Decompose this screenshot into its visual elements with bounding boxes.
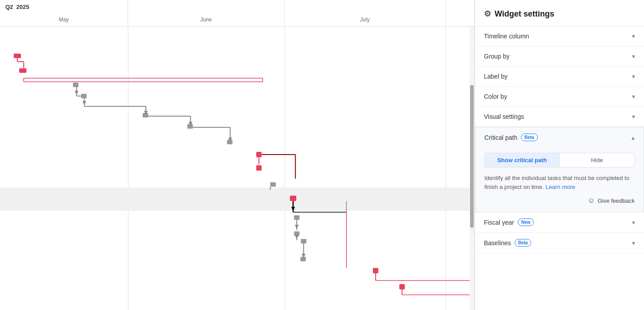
svg-marker-53 bbox=[291, 207, 295, 211]
month-label-may: May bbox=[59, 17, 69, 23]
gantt-scrollbar[interactable] bbox=[470, 27, 474, 310]
month-label-july: July bbox=[360, 17, 369, 23]
visual-settings-label: Visual settings bbox=[484, 113, 524, 120]
beta-badge: Beta bbox=[521, 134, 538, 141]
chevron-down-icon-group: ▾ bbox=[632, 53, 635, 60]
group-by-label: Group by bbox=[484, 53, 510, 60]
settings-row-color-by[interactable]: Color by ▾ bbox=[475, 87, 644, 107]
group-by-right: ▾ bbox=[632, 53, 635, 60]
gantt-area: Q2 2025 May June July bbox=[0, 0, 475, 310]
svg-rect-31 bbox=[294, 215, 299, 220]
gantt-body[interactable] bbox=[0, 27, 474, 310]
chevron-down-icon-color: ▾ bbox=[632, 93, 635, 100]
label-by-right: ▾ bbox=[632, 73, 635, 80]
chevron-down-icon-visual: ▾ bbox=[632, 113, 635, 120]
critical-path-header[interactable]: Critical path Beta ▴ bbox=[475, 127, 644, 147]
learn-more-link[interactable]: Learn more bbox=[545, 184, 575, 190]
month-col-may: May bbox=[0, 0, 128, 26]
month-col-july: July bbox=[285, 0, 446, 26]
settings-row-label-by[interactable]: Label by ▾ bbox=[475, 67, 644, 87]
give-feedback-label: Give feedback bbox=[598, 197, 635, 204]
svg-rect-8 bbox=[73, 83, 78, 87]
svg-rect-25 bbox=[270, 182, 276, 187]
chevron-down-icon-timeline: ▾ bbox=[632, 33, 635, 40]
svg-rect-27 bbox=[290, 196, 296, 201]
gear-icon: ⚙ bbox=[484, 9, 491, 19]
settings-row-fiscal-year[interactable]: Fiscal year New ▾ bbox=[475, 212, 644, 233]
svg-rect-11 bbox=[81, 94, 87, 98]
gantt-chart bbox=[0, 27, 474, 310]
critical-path-title: Critical path Beta bbox=[484, 134, 538, 141]
critical-path-label: Critical path bbox=[484, 134, 517, 141]
svg-rect-5 bbox=[24, 78, 263, 82]
color-by-right: ▾ bbox=[632, 93, 635, 100]
chevron-down-icon-baselines: ▾ bbox=[632, 239, 635, 247]
timeline-column-label: Timeline column bbox=[484, 33, 529, 40]
settings-row-timeline-column[interactable]: Timeline column ▾ bbox=[475, 26, 644, 46]
svg-rect-35 bbox=[301, 239, 306, 243]
baselines-label: Baselines bbox=[484, 239, 511, 247]
timeline-column-right: ▾ bbox=[632, 33, 635, 40]
svg-rect-38 bbox=[373, 268, 378, 273]
svg-marker-46 bbox=[83, 101, 86, 105]
svg-marker-50 bbox=[295, 225, 298, 229]
svg-rect-22 bbox=[256, 165, 261, 171]
visual-settings-right: ▾ bbox=[632, 113, 635, 120]
month-label-june: June bbox=[200, 17, 212, 23]
svg-rect-41 bbox=[399, 284, 405, 289]
fiscal-year-label: Fiscal year bbox=[484, 219, 514, 226]
critical-path-body: Show critical path Hide Identify all the… bbox=[475, 147, 644, 212]
label-by-label: Label by bbox=[484, 73, 508, 80]
new-badge: New bbox=[518, 218, 534, 226]
svg-rect-4 bbox=[19, 68, 26, 73]
show-critical-path-button[interactable]: Show critical path bbox=[485, 153, 560, 167]
chevron-up-icon-critical: ▴ bbox=[632, 134, 635, 141]
svg-rect-3 bbox=[14, 54, 21, 58]
hide-critical-path-button[interactable]: Hide bbox=[560, 153, 634, 167]
baselines-label-group: Baselines Beta bbox=[484, 239, 531, 247]
give-feedback-button[interactable]: ☺ Give feedback bbox=[484, 197, 635, 205]
baselines-beta-badge: Beta bbox=[515, 239, 532, 247]
gantt-header: Q2 2025 May June July bbox=[0, 0, 474, 27]
settings-header: ⚙ Widget settings bbox=[475, 0, 644, 26]
svg-rect-37 bbox=[301, 257, 306, 261]
settings-row-visual-settings[interactable]: Visual settings ▾ bbox=[475, 107, 644, 127]
feedback-icon: ☺ bbox=[588, 197, 595, 205]
gantt-scrollbar-thumb[interactable] bbox=[470, 85, 474, 228]
month-col-june: June bbox=[128, 0, 285, 26]
chevron-down-icon-label: ▾ bbox=[632, 73, 635, 80]
svg-marker-51 bbox=[295, 235, 298, 239]
settings-row-baselines[interactable]: Baselines Beta ▾ bbox=[475, 233, 644, 253]
critical-path-description: Identify all the individual tasks that m… bbox=[484, 174, 635, 191]
fiscal-year-label-group: Fiscal year New bbox=[484, 218, 534, 226]
settings-row-group-by[interactable]: Group by ▾ bbox=[475, 46, 644, 67]
toggle-buttons: Show critical path Hide bbox=[484, 153, 635, 168]
svg-marker-45 bbox=[75, 91, 78, 95]
svg-rect-20 bbox=[256, 152, 261, 157]
settings-title: Widget settings bbox=[495, 9, 554, 19]
color-by-label: Color by bbox=[484, 93, 507, 100]
critical-path-section: Critical path Beta ▴ Show critical path … bbox=[475, 127, 644, 212]
settings-panel: ⚙ Widget settings Timeline column ▾ Grou… bbox=[475, 0, 644, 310]
chevron-down-icon-fiscal: ▾ bbox=[632, 219, 635, 226]
